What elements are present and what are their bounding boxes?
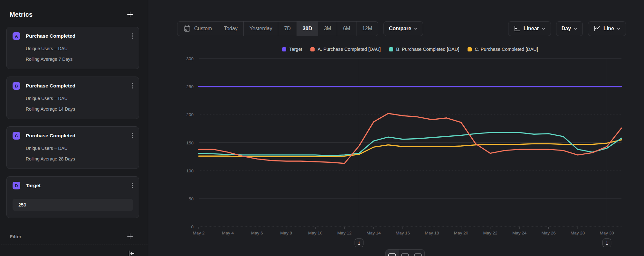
legend-swatch (468, 47, 472, 51)
metric-letter-badge: C (13, 132, 20, 140)
metrics-section-title: Metrics (10, 11, 33, 18)
metric-card-a[interactable]: A Purchase Completed Unique Users – DAU … (6, 27, 139, 69)
date-range-control: Custom Today Yesterday 7D 30D 3M 6M 12M (177, 21, 378, 36)
range-custom[interactable]: Custom (177, 22, 218, 36)
interval-dropdown[interactable]: Day (556, 21, 583, 36)
x-axis-label: May 28 (571, 231, 585, 235)
metric-options-button[interactable] (132, 33, 133, 39)
metric-measurement: Unique Users – DAU (26, 46, 133, 51)
kebab-icon (132, 83, 133, 89)
panel-layout-icon (414, 253, 422, 256)
x-axis-label: May 26 (541, 231, 555, 235)
layout-option-chart-only[interactable] (386, 250, 399, 256)
chart-type-dropdown[interactable]: Line (588, 21, 626, 36)
x-axis-label: May 4 (222, 231, 234, 235)
range-label: 3M (324, 26, 331, 32)
compare-label: Compare (389, 26, 411, 32)
series-line-c-purchase-completed-dau (199, 140, 621, 157)
collapse-sidebar-button[interactable] (127, 250, 136, 256)
annotation-badge[interactable]: 1 (603, 239, 611, 247)
collapse-left-icon (127, 250, 136, 256)
add-metric-button[interactable] (127, 11, 134, 18)
layout-option-table-only[interactable] (412, 250, 424, 256)
target-card-header: D Target (13, 182, 133, 189)
x-axis-label: May 8 (280, 231, 292, 235)
target-card[interactable]: D Target (6, 176, 139, 218)
x-axis-label: May 24 (512, 231, 527, 235)
legend-swatch (282, 47, 286, 51)
chart-legend: TargetA. Purchase Completed [DAU]B. Purc… (199, 47, 621, 52)
metric-measurement: Unique Users – DAU (26, 96, 133, 101)
legend-label: B. Purchase Completed [DAU] (396, 47, 459, 52)
y-axis-label: 0 (191, 224, 194, 229)
range-3m[interactable]: 3M (318, 22, 337, 36)
legend-item[interactable]: A. Purchase Completed [DAU] (310, 47, 381, 52)
range-today[interactable]: Today (218, 22, 243, 36)
calendar-icon (183, 25, 191, 32)
annotation-badge[interactable]: 1 (355, 239, 363, 247)
chart-toolbar: Custom Today Yesterday 7D 30D 3M 6M 12M … (177, 21, 626, 36)
y-axis-label: 200 (186, 112, 194, 117)
x-axis-label: May 22 (483, 231, 497, 235)
metrics-sidebar: Metrics A Purchase Completed Unique User… (0, 0, 148, 256)
interval-label: Day (562, 26, 571, 32)
x-axis-label: May 18 (425, 231, 439, 235)
legend-label: C. Purchase Completed [DAU] (475, 47, 538, 52)
x-axis-label: May 6 (251, 231, 263, 235)
legend-item[interactable]: Target (282, 47, 302, 52)
metric-title: Purchase Completed (26, 133, 75, 139)
metric-card-header: C Purchase Completed (13, 132, 133, 140)
plus-icon (127, 11, 134, 18)
metric-rolling-average: Rolling Average 14 Days (26, 106, 133, 112)
metric-rolling-average: Rolling Average 28 Days (26, 156, 133, 161)
add-filter-button[interactable] (127, 233, 134, 240)
metric-title: Purchase Completed (26, 33, 75, 39)
chevron-down-icon (414, 28, 418, 30)
chart-layout-toggle (385, 249, 425, 256)
range-yesterday[interactable]: Yesterday (243, 22, 278, 36)
kebab-icon (132, 183, 133, 188)
range-30d[interactable]: 30D (297, 22, 318, 36)
range-12m[interactable]: 12M (356, 22, 378, 36)
plus-icon (127, 233, 134, 240)
target-title: Target (26, 183, 41, 188)
y-axis-label: 100 (186, 169, 194, 173)
legend-item[interactable]: C. Purchase Completed [DAU] (468, 47, 538, 52)
metric-options-button[interactable] (132, 83, 133, 89)
metric-options-button[interactable] (132, 133, 133, 139)
sidebar-footer (0, 244, 148, 256)
line-chart-icon (593, 25, 601, 32)
filter-section: Filter (10, 233, 134, 240)
metric-measurement: Unique Users – DAU (26, 146, 133, 151)
x-axis-label: May 14 (366, 231, 381, 235)
x-axis-label: May 10 (308, 231, 322, 235)
legend-swatch (389, 47, 393, 51)
range-label: 6M (343, 26, 350, 32)
legend-label: Target (289, 47, 302, 52)
legend-item[interactable]: B. Purchase Completed [DAU] (389, 47, 459, 52)
x-axis-label: May 20 (454, 231, 468, 235)
x-axis-label: May 2 (193, 231, 205, 235)
metric-letter-badge: B (13, 82, 20, 90)
metric-letter-badge: D (13, 182, 20, 189)
range-label: Yesterday (250, 26, 272, 32)
metric-card-b[interactable]: B Purchase Completed Unique Users – DAU … (6, 77, 139, 119)
layout-option-split[interactable] (399, 250, 412, 256)
target-value-input[interactable] (13, 199, 133, 211)
chart-display-controls: Linear Day Line (508, 21, 626, 36)
y-axis-label: 300 (186, 56, 194, 61)
scale-dropdown[interactable]: Linear (508, 21, 551, 36)
metric-card-c[interactable]: C Purchase Completed Unique Users – DAU … (6, 126, 139, 169)
kebab-icon (132, 33, 133, 39)
x-axis-label: May 16 (396, 231, 410, 235)
metric-card-header: A Purchase Completed (13, 32, 133, 40)
range-6m[interactable]: 6M (337, 22, 356, 36)
metric-title: Purchase Completed (26, 83, 75, 89)
metric-card-header: B Purchase Completed (13, 82, 133, 90)
target-options-button[interactable] (132, 183, 133, 188)
range-7d[interactable]: 7D (278, 22, 296, 36)
metric-rolling-average: Rolling Average 7 Days (26, 57, 133, 62)
y-axis-label: 250 (186, 84, 194, 89)
compare-button[interactable]: Compare (384, 21, 423, 36)
x-axis-label: May 12 (337, 231, 352, 235)
